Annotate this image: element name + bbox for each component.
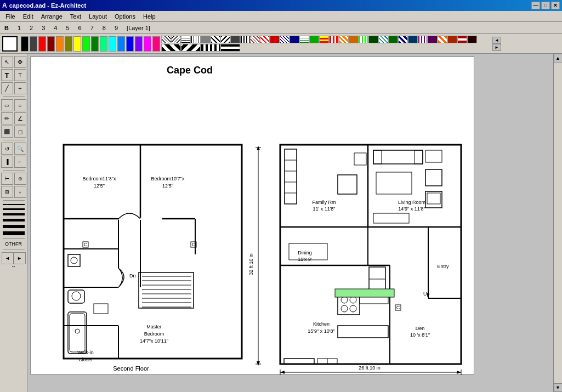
layer-num-5[interactable]: 5 [64, 24, 71, 32]
rotate-tool[interactable]: ↺ [1, 143, 13, 155]
color-magenta[interactable] [144, 36, 151, 52]
grid-tool[interactable]: ⊞ [1, 186, 13, 198]
circle-tool[interactable]: ○ [14, 99, 26, 111]
layer-num-6[interactable]: 6 [76, 24, 84, 32]
color-red[interactable] [38, 36, 46, 52]
color-green[interactable] [82, 36, 90, 52]
pattern-large-4[interactable] [220, 44, 240, 52]
line-thickness-2[interactable] [3, 208, 25, 210]
pattern-23[interactable] [378, 36, 388, 43]
pattern-30[interactable] [447, 36, 457, 43]
pattern-9[interactable] [240, 36, 250, 43]
pattern-15[interactable] [299, 36, 309, 43]
color-blue[interactable] [126, 36, 134, 52]
cross-tool[interactable]: + [14, 82, 26, 94]
menu-edit[interactable]: Edit [20, 12, 37, 21]
line-thickness-4[interactable] [3, 219, 25, 221]
layer-num-3[interactable]: 3 [39, 24, 47, 32]
bold-button[interactable]: B [2, 24, 11, 32]
color-yellow[interactable] [73, 36, 81, 52]
angle-tool[interactable]: ∠ [14, 112, 26, 124]
pattern-32[interactable] [467, 36, 477, 43]
color-purple[interactable] [135, 36, 143, 52]
layer-num-8[interactable]: 8 [100, 24, 108, 32]
pattern-21[interactable] [359, 36, 368, 43]
pattern-13[interactable] [280, 36, 289, 43]
pattern-26[interactable] [408, 36, 418, 43]
pattern-7[interactable] [220, 36, 230, 43]
pattern-4[interactable] [191, 36, 201, 43]
fill-tool[interactable]: ⬛ [1, 126, 13, 138]
layer-num-7[interactable]: 7 [88, 24, 96, 32]
color-cyan[interactable] [109, 36, 116, 52]
color-darkgreen[interactable] [91, 36, 99, 52]
scroll-down-button[interactable]: ▼ [554, 383, 563, 392]
menu-layout[interactable]: Layout [86, 12, 110, 21]
eraser-tool[interactable]: ◻ [14, 126, 26, 138]
line-thickness-1[interactable] [3, 204, 25, 205]
pattern-large-1[interactable] [161, 44, 181, 52]
menu-file[interactable]: File [2, 12, 19, 21]
pattern-6[interactable] [211, 36, 220, 43]
pattern-large-2[interactable] [181, 44, 201, 52]
door-tool[interactable]: ⌐ [14, 156, 26, 168]
layer-num-4[interactable]: 4 [52, 24, 59, 32]
scroll-up-button[interactable]: ▲ [554, 54, 563, 63]
select-tool[interactable]: ↖ [1, 56, 13, 68]
pattern-25[interactable] [398, 36, 408, 43]
color-pink[interactable] [152, 36, 160, 52]
arrow-left[interactable]: ◄ [2, 252, 14, 264]
color-skyblue[interactable] [117, 36, 125, 52]
pattern-17[interactable] [319, 36, 329, 43]
pattern-22[interactable] [368, 36, 378, 43]
pattern-29[interactable] [438, 36, 447, 43]
text-tool-serif[interactable]: T [1, 69, 13, 81]
pattern-27[interactable] [418, 36, 428, 43]
rect-tool[interactable]: ▭ [1, 99, 13, 111]
color-darkred[interactable] [47, 36, 55, 52]
vscroll-track[interactable] [554, 63, 562, 383]
pattern-19[interactable] [339, 36, 349, 43]
pattern-14[interactable] [289, 36, 299, 43]
minimize-button[interactable]: — [531, 2, 540, 9]
node-tool[interactable]: ⬦ [14, 186, 26, 198]
measure-tool[interactable]: ⊢ [1, 173, 13, 185]
color-darkgray[interactable] [30, 36, 37, 52]
close-button[interactable]: ✕ [551, 2, 560, 9]
pattern-10[interactable] [250, 36, 260, 43]
pencil-tool[interactable]: ✏ [1, 112, 13, 124]
color-preview[interactable] [2, 36, 18, 52]
layer-num-2[interactable]: 2 [27, 24, 35, 32]
pattern-5[interactable] [201, 36, 211, 43]
color-scroll-right[interactable]: ► [492, 44, 501, 51]
pattern-28[interactable] [428, 36, 438, 43]
color-olive[interactable] [65, 36, 72, 52]
text-tool-sans[interactable]: T [14, 69, 26, 81]
line-thickness-5[interactable] [3, 225, 25, 228]
pattern-3[interactable] [181, 36, 191, 43]
pattern-16[interactable] [309, 36, 319, 43]
pattern-11[interactable] [260, 36, 270, 43]
pattern-12[interactable] [270, 36, 280, 43]
wall-tool[interactable]: ▐ [1, 156, 13, 168]
snap-tool[interactable]: ⊕ [14, 173, 26, 185]
menu-text[interactable]: Text [67, 12, 84, 21]
pattern-large-3[interactable] [201, 44, 220, 52]
pattern-18[interactable] [329, 36, 339, 43]
color-teal[interactable] [100, 36, 107, 52]
pattern-8[interactable] [230, 36, 240, 43]
pattern-31[interactable] [457, 36, 467, 43]
layer-num-1[interactable]: 1 [15, 24, 23, 32]
pattern-1[interactable] [161, 36, 171, 43]
pattern-24[interactable] [388, 36, 398, 43]
pattern-2[interactable] [171, 36, 181, 43]
arrow-right[interactable]: ► [14, 252, 26, 264]
line-tool[interactable]: ╱ [1, 82, 13, 94]
line-thickness-6[interactable] [3, 231, 25, 235]
color-orange[interactable] [56, 36, 64, 52]
menu-options[interactable]: Options [111, 12, 139, 21]
layer-num-9[interactable]: 9 [112, 24, 120, 32]
color-scroll-left[interactable]: ◄ [492, 37, 501, 44]
zoom-tool[interactable]: 🔍 [14, 143, 26, 155]
line-thickness-3[interactable] [3, 213, 25, 215]
